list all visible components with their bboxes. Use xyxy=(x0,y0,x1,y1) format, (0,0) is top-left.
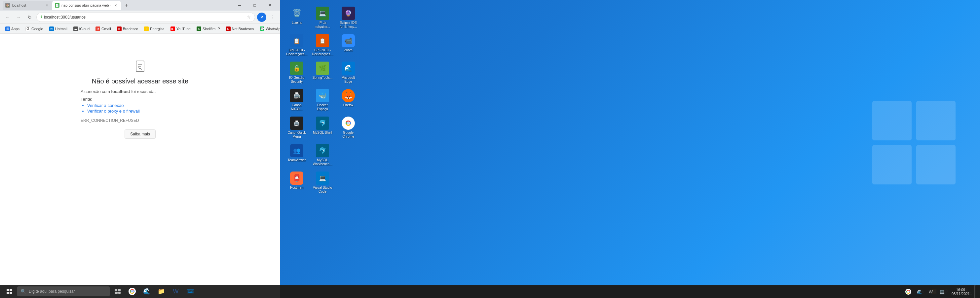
desktop-icon-zoom[interactable]: 📹 Zoom xyxy=(337,33,360,58)
svg-rect-13 xyxy=(6,289,9,291)
tab-localhost[interactable]: 🏠 localhost ✕ xyxy=(3,1,52,10)
desktop-icon-bpg-dec[interactable]: 📋 BPG2010 - Declarações... xyxy=(285,33,308,58)
start-button[interactable] xyxy=(3,285,16,298)
desktop-icons-grid: 🗑️ Lixeira 💻 IP da máquina... 🔮 Eclipse … xyxy=(283,3,362,197)
close-button[interactable]: ✕ xyxy=(262,0,278,11)
teamviewer-label: TeamViewer xyxy=(286,158,307,162)
vscode-label: Visual Studio Code xyxy=(312,186,333,194)
suggestion-conexao[interactable]: Verificar a conexão xyxy=(87,103,200,108)
forward-button[interactable]: → xyxy=(14,13,23,22)
extended-taskbar: 🌊 W 💻 16:09 03/11/2021 xyxy=(280,285,980,298)
title-bar: 🏠 localhost ✕ 📄 não consigo abrir página… xyxy=(0,0,280,11)
svg-rect-6 xyxy=(916,101,956,140)
desktop-icon-canonfull[interactable]: 🖨️ CanonQuick Menu xyxy=(285,115,308,140)
svg-line-4 xyxy=(138,67,142,69)
desktop-icon-canon[interactable]: 🖨️ Canon MX39... xyxy=(285,88,308,112)
maximize-button[interactable]: □ xyxy=(247,0,262,11)
docker-label: Docker Espaço xyxy=(312,103,333,111)
bookmark-sindifim[interactable]: S Sindifim.IP xyxy=(194,26,223,32)
bookmark-bradesco[interactable]: B Bradesco xyxy=(115,26,141,32)
svg-rect-16 xyxy=(10,292,12,294)
svg-point-12 xyxy=(347,122,350,125)
zoom-label: Zoom xyxy=(338,48,359,52)
error-page: Não é possível acessar esse site A conex… xyxy=(0,34,280,298)
desktop-icon-eclipse[interactable]: 🔮 Eclipse IDE for Enterp... xyxy=(337,5,360,30)
desktop-icon-docker[interactable]: 🐳 Docker Espaço xyxy=(311,88,334,112)
error-tente-label: Tente: xyxy=(81,97,200,102)
desktop-icon-postman[interactable]: 📮 Postman xyxy=(285,170,308,195)
desktop-icon-mysqlshell[interactable]: 🐬 MySQL Shell xyxy=(311,115,334,140)
svg-rect-20 xyxy=(118,292,121,294)
taskbar-explorer[interactable]: 📁 xyxy=(154,285,168,298)
bookmark-google-label: Google xyxy=(32,27,43,31)
new-tab-button[interactable]: + xyxy=(122,1,130,9)
desktop-icon-lixeira[interactable]: 🗑️ Lixeira xyxy=(285,5,308,30)
browser-window: 🏠 localhost ✕ 📄 não consigo abrir página… xyxy=(0,0,280,298)
bookmark-gmail[interactable]: M Gmail xyxy=(93,26,114,32)
bookmark-icloud[interactable]: ☁ iCloud xyxy=(71,26,92,32)
svg-point-23 xyxy=(131,290,134,293)
bookmark-hotmail-label: Hotmail xyxy=(55,27,67,31)
canon-label: Canon MX39... xyxy=(286,103,307,111)
desktop: 🗑️ Lixeira 💻 IP da máquina... 🔮 Eclipse … xyxy=(280,0,980,285)
ext-show-desktop[interactable] xyxy=(974,285,976,298)
ext-clock[interactable]: 16:09 03/11/2021 xyxy=(948,288,973,296)
error-desc-pre: A conexão com xyxy=(81,89,111,94)
bookmark-bradesco-label: Bradesco xyxy=(123,27,138,31)
desktop-icon-firefox[interactable]: 🦊 Firefox xyxy=(337,88,360,112)
back-button[interactable]: ← xyxy=(3,13,12,22)
chrome-label: Google Chrome xyxy=(338,131,359,139)
bookmark-whatsapp[interactable]: 💬 WhatsApp xyxy=(257,26,280,32)
bookmark-star-icon[interactable]: ☆ xyxy=(247,14,251,19)
bookmark-gmail-label: Gmail xyxy=(102,27,111,31)
reload-button[interactable]: ↻ xyxy=(25,13,34,22)
desktop-icon-mysqlwb[interactable]: 🐬 MySQL Workbench... xyxy=(311,143,334,168)
desktop-icon-bpg-desp[interactable]: 📋 BPG2010 - Declarações... xyxy=(311,33,334,58)
mysqlshell-label: MySQL Shell xyxy=(312,131,333,135)
desktop-icon-io[interactable]: 🔒 IO Gestão Security xyxy=(285,60,308,85)
tab-active[interactable]: 📄 não consigo abrir página web - ✕ xyxy=(52,1,121,10)
bookmark-apps[interactable]: ⊞ Apps xyxy=(3,26,22,32)
url-bar[interactable]: ℹ localhost:3003/usuarios ☆ xyxy=(37,13,255,22)
ext-word-icon[interactable]: W xyxy=(926,285,936,298)
eclipse-icon: 🔮 xyxy=(342,6,355,20)
ext-vscode-icon[interactable]: 💻 xyxy=(937,285,947,298)
zoom-icon: 📹 xyxy=(342,34,355,47)
bookmark-energisa-label: Energisa xyxy=(150,27,164,31)
bpg-desp-label: BPG2010 - Declarações... xyxy=(312,48,333,56)
error-code: ERR_CONNECTION_REFUSED xyxy=(81,118,200,123)
taskbar-edge[interactable]: 🌊 xyxy=(140,285,153,298)
saiba-mais-button[interactable]: Saiba mais xyxy=(124,130,155,139)
tab-close-active[interactable]: ✕ xyxy=(113,3,118,8)
desktop-icon-edge[interactable]: 🌊 Microsoft Edge xyxy=(337,60,360,85)
taskview-button[interactable] xyxy=(111,285,124,298)
svg-rect-15 xyxy=(6,292,9,294)
taskbar-chrome[interactable] xyxy=(126,285,139,298)
bookmark-netbradesco[interactable]: N Net Bradesco xyxy=(223,26,257,32)
desktop-icon-chrome[interactable]: Google Chrome xyxy=(337,115,360,140)
window-controls: ─ □ ✕ xyxy=(232,0,278,11)
desktop-icon-vscode[interactable]: 💻 Visual Studio Code xyxy=(311,170,334,195)
tab-close-localhost[interactable]: ✕ xyxy=(44,3,49,8)
ext-chrome-icon[interactable] xyxy=(904,285,913,298)
bookmark-hotmail[interactable]: ✉ Hotmail xyxy=(46,26,70,32)
icloud-icon: ☁ xyxy=(73,27,78,31)
tab-title-active: não consigo abrir página web - xyxy=(62,3,111,7)
profile-button[interactable]: P xyxy=(257,13,266,22)
bookmark-google[interactable]: G Google xyxy=(23,26,46,32)
desktop-icon-spring[interactable]: 🌿 SpringTools... xyxy=(311,60,334,85)
minimize-button[interactable]: ─ xyxy=(232,0,247,11)
bookmark-youtube[interactable]: ▶ YouTube xyxy=(168,26,193,32)
ext-edge-icon[interactable]: 🌊 xyxy=(915,285,924,298)
chrome-icon xyxy=(342,117,355,130)
windows-logo-watermark xyxy=(868,96,960,189)
error-suggestions-list: Verificar a conexão Verificar o proxy e … xyxy=(81,103,200,114)
bookmark-energisa[interactable]: ⚡ Energisa xyxy=(142,26,167,32)
taskbar-search[interactable]: 🔍 Digite aqui para pesquisar xyxy=(17,287,110,296)
taskbar-word[interactable]: W xyxy=(169,285,182,298)
suggestion-proxy[interactable]: Verificar o proxy e o firewall xyxy=(87,109,200,114)
taskbar-vscode[interactable]: ⌨ xyxy=(184,285,197,298)
desktop-icon-teamviewer[interactable]: 👥 TeamViewer xyxy=(285,143,308,168)
browser-menu-button[interactable]: ⋮ xyxy=(268,13,278,22)
desktop-icon-ip[interactable]: 💻 IP da máquina... xyxy=(311,5,334,30)
